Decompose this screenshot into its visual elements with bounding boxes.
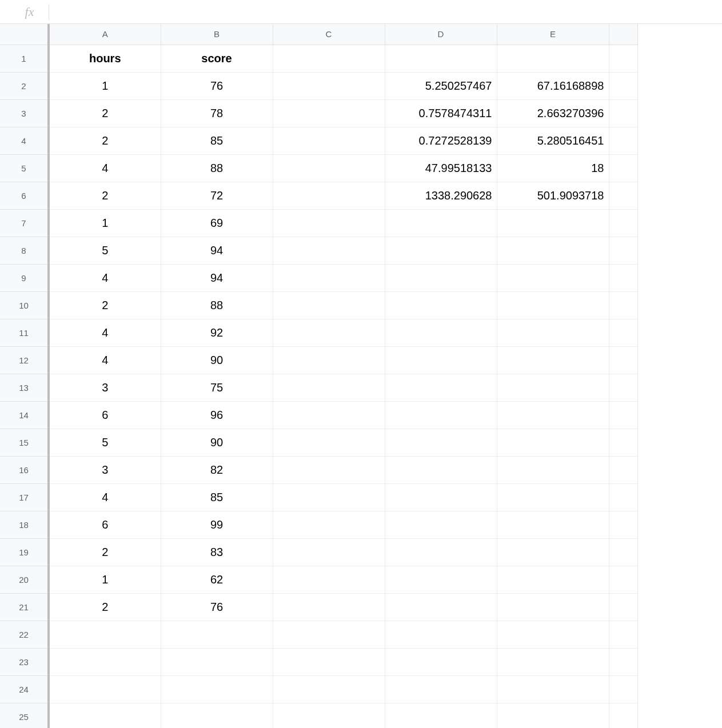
- cell-B17[interactable]: 85: [161, 483, 273, 511]
- cell-A17[interactable]: 4: [49, 483, 161, 511]
- cell-B10[interactable]: 88: [161, 291, 273, 319]
- cell-F10[interactable]: [609, 291, 637, 319]
- cell-C10[interactable]: [273, 291, 385, 319]
- cell-C12[interactable]: [273, 346, 385, 374]
- cell-E10[interactable]: [497, 291, 609, 319]
- cell-B23[interactable]: [161, 648, 273, 675]
- column-header-E[interactable]: E: [497, 24, 609, 45]
- cell-D22[interactable]: [385, 621, 497, 648]
- cell-A1[interactable]: hours: [49, 45, 161, 72]
- cell-D25[interactable]: [385, 703, 497, 728]
- row-header-18[interactable]: 18: [0, 511, 49, 538]
- row-header-3[interactable]: 3: [0, 99, 49, 127]
- cell-D14[interactable]: [385, 401, 497, 429]
- cell-C4[interactable]: [273, 127, 385, 154]
- cell-B2[interactable]: 76: [161, 72, 273, 99]
- column-header-A[interactable]: A: [49, 24, 161, 45]
- cell-D1[interactable]: [385, 45, 497, 72]
- row-header-22[interactable]: 22: [0, 621, 49, 648]
- cell-F1[interactable]: [609, 45, 637, 72]
- row-header-7[interactable]: 7: [0, 209, 49, 237]
- cell-A15[interactable]: 5: [49, 429, 161, 456]
- row-header-17[interactable]: 17: [0, 483, 49, 511]
- cell-F3[interactable]: [609, 99, 637, 127]
- cell-F12[interactable]: [609, 346, 637, 374]
- cell-F21[interactable]: [609, 593, 637, 621]
- row-header-23[interactable]: 23: [0, 648, 49, 675]
- cell-D18[interactable]: [385, 511, 497, 538]
- row-header-10[interactable]: 10: [0, 291, 49, 319]
- cell-B1[interactable]: score: [161, 45, 273, 72]
- cell-E6[interactable]: 501.9093718: [497, 182, 609, 209]
- cell-A10[interactable]: 2: [49, 291, 161, 319]
- row-header-11[interactable]: 11: [0, 319, 49, 346]
- row-header-14[interactable]: 14: [0, 401, 49, 429]
- row-header-4[interactable]: 4: [0, 127, 49, 154]
- cell-E11[interactable]: [497, 319, 609, 346]
- cell-E13[interactable]: [497, 374, 609, 401]
- cell-F2[interactable]: [609, 72, 637, 99]
- cell-E22[interactable]: [497, 621, 609, 648]
- cell-C24[interactable]: [273, 675, 385, 703]
- cell-F18[interactable]: [609, 511, 637, 538]
- cell-D12[interactable]: [385, 346, 497, 374]
- cell-A11[interactable]: 4: [49, 319, 161, 346]
- cell-A5[interactable]: 4: [49, 154, 161, 182]
- cell-A19[interactable]: 2: [49, 538, 161, 566]
- cell-D17[interactable]: [385, 483, 497, 511]
- select-all-corner[interactable]: [0, 24, 49, 45]
- cell-B15[interactable]: 90: [161, 429, 273, 456]
- row-header-5[interactable]: 5: [0, 154, 49, 182]
- cell-D24[interactable]: [385, 675, 497, 703]
- cell-E4[interactable]: 5.280516451: [497, 127, 609, 154]
- cell-F23[interactable]: [609, 648, 637, 675]
- cell-F19[interactable]: [609, 538, 637, 566]
- column-header-F[interactable]: [609, 24, 637, 45]
- cell-E3[interactable]: 2.663270396: [497, 99, 609, 127]
- cell-C2[interactable]: [273, 72, 385, 99]
- cell-E2[interactable]: 67.16168898: [497, 72, 609, 99]
- cell-D13[interactable]: [385, 374, 497, 401]
- cell-E21[interactable]: [497, 593, 609, 621]
- cell-F20[interactable]: [609, 566, 637, 593]
- cell-B12[interactable]: 90: [161, 346, 273, 374]
- cell-E19[interactable]: [497, 538, 609, 566]
- cell-A4[interactable]: 2: [49, 127, 161, 154]
- cell-C20[interactable]: [273, 566, 385, 593]
- row-header-2[interactable]: 2: [0, 72, 49, 99]
- cell-E12[interactable]: [497, 346, 609, 374]
- cell-E7[interactable]: [497, 209, 609, 237]
- cell-C11[interactable]: [273, 319, 385, 346]
- cell-A7[interactable]: 1: [49, 209, 161, 237]
- cell-B19[interactable]: 83: [161, 538, 273, 566]
- column-header-B[interactable]: B: [161, 24, 273, 45]
- cell-E14[interactable]: [497, 401, 609, 429]
- row-header-19[interactable]: 19: [0, 538, 49, 566]
- cell-C17[interactable]: [273, 483, 385, 511]
- row-header-12[interactable]: 12: [0, 346, 49, 374]
- cell-F11[interactable]: [609, 319, 637, 346]
- cell-D8[interactable]: [385, 237, 497, 264]
- cell-B4[interactable]: 85: [161, 127, 273, 154]
- cell-B11[interactable]: 92: [161, 319, 273, 346]
- cell-C3[interactable]: [273, 99, 385, 127]
- cell-C19[interactable]: [273, 538, 385, 566]
- row-header-15[interactable]: 15: [0, 429, 49, 456]
- cell-E8[interactable]: [497, 237, 609, 264]
- cell-E17[interactable]: [497, 483, 609, 511]
- cell-A9[interactable]: 4: [49, 264, 161, 291]
- cell-C25[interactable]: [273, 703, 385, 728]
- cell-D15[interactable]: [385, 429, 497, 456]
- cell-B21[interactable]: 76: [161, 593, 273, 621]
- cell-E24[interactable]: [497, 675, 609, 703]
- cell-B20[interactable]: 62: [161, 566, 273, 593]
- cell-A16[interactable]: 3: [49, 456, 161, 483]
- cell-E5[interactable]: 18: [497, 154, 609, 182]
- formula-input[interactable]: [55, 0, 722, 23]
- cell-B3[interactable]: 78: [161, 99, 273, 127]
- cell-B8[interactable]: 94: [161, 237, 273, 264]
- cell-D19[interactable]: [385, 538, 497, 566]
- cell-C15[interactable]: [273, 429, 385, 456]
- cell-D16[interactable]: [385, 456, 497, 483]
- cell-E1[interactable]: [497, 45, 609, 72]
